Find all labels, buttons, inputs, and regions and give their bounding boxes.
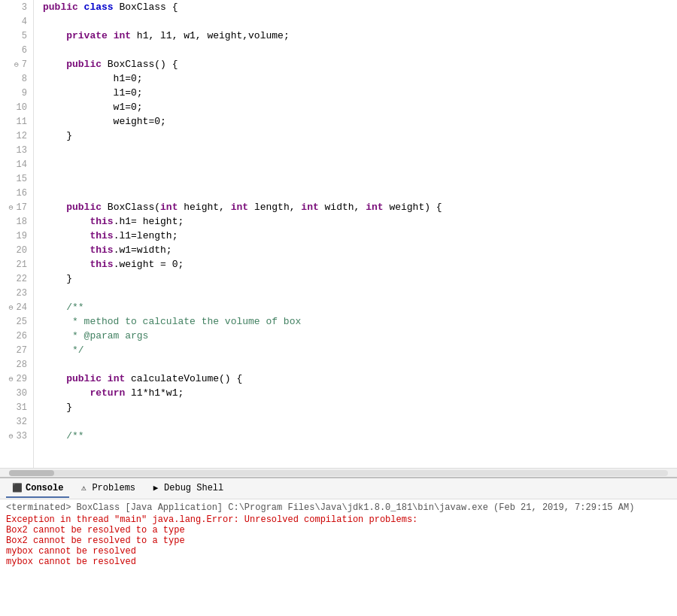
scrollbar-thumb[interactable] [9, 470, 54, 476]
line-num-label: 9 [22, 88, 27, 99]
line-num-label: 15 [17, 174, 27, 184]
line-number: 4 [6, 14, 27, 29]
code-segment: public [43, 0, 84, 14]
code-segment: .w1=width; [114, 243, 172, 257]
horizontal-scrollbar[interactable] [0, 468, 677, 477]
code-segment: this [90, 214, 113, 229]
console-area: ⬛Console⚠Problems▶Debug Shell <terminate… [0, 477, 677, 616]
code-segment: BoxClass { [119, 0, 178, 14]
code-segment: height, [184, 200, 230, 214]
code-line: } [43, 400, 662, 414]
line-number: 31 [6, 400, 27, 414]
code-segment: this [90, 229, 113, 243]
line-num-label: 19 [17, 231, 27, 241]
console-tab-label: Console [26, 483, 63, 493]
code-segment: public [43, 372, 108, 386]
code-line [43, 186, 662, 200]
code-line: h1=0; [43, 71, 662, 86]
code-segment [43, 243, 90, 257]
code-line: public int calculateVolume() { [43, 372, 662, 386]
code-line [43, 43, 662, 57]
line-num-label: 12 [17, 131, 27, 141]
line-number: 12 [6, 129, 27, 143]
code-line [43, 143, 662, 157]
console-terminated-line: <terminated> BoxClass [Java Application]… [6, 502, 671, 513]
code-line: } [43, 272, 662, 286]
line-number: ⊖29 [6, 372, 27, 386]
code-segment: public [43, 57, 108, 71]
code-segment [43, 229, 90, 243]
code-line [43, 14, 662, 29]
code-segment: } [43, 400, 72, 414]
code-segment: int [366, 200, 389, 214]
line-number: 27 [6, 343, 27, 357]
code-line: this.l1=length; [43, 229, 662, 243]
line-num-label: 30 [17, 388, 27, 399]
line-num-label: 17 [17, 202, 27, 213]
line-number: 28 [6, 357, 27, 372]
line-num-label: 33 [17, 431, 27, 442]
line-number: 5 [6, 29, 27, 43]
console-tab-problems[interactable]: ⚠Problems [72, 480, 141, 498]
code-segment: l1*h1*w1; [131, 386, 184, 400]
line-number: 14 [6, 157, 27, 171]
code-line [43, 171, 662, 186]
line-number: 20 [6, 243, 27, 257]
console-tab-debug[interactable]: ▶Debug Shell [144, 480, 229, 498]
line-num-label: 4 [22, 17, 27, 27]
line-number: 16 [6, 186, 27, 200]
line-number: ⊖7 [6, 57, 27, 71]
code-segment: .l1=length; [114, 229, 178, 243]
code-segment [43, 386, 90, 400]
line-number: ⊖17 [6, 200, 27, 214]
code-container[interactable]: 3456⊖78910111213141516⊖17181920212223⊖24… [0, 0, 677, 468]
code-segment: BoxClass( [108, 200, 160, 214]
line-numbers: 3456⊖78910111213141516⊖17181920212223⊖24… [0, 0, 34, 468]
code-segment: } [43, 272, 72, 286]
code-line: public BoxClass() { [43, 57, 662, 71]
code-segment: w1=0; [43, 100, 143, 114]
code-segment: class [84, 0, 120, 14]
code-segment: l1=0; [43, 86, 143, 100]
code-line: weight=0; [43, 114, 662, 129]
code-lines: public class BoxClass { private int h1, … [34, 0, 677, 468]
breakpoint-arrow-icon: ⊖ [9, 375, 14, 384]
problems-tab-icon: ⚠ [78, 483, 89, 493]
debug-tab-icon: ▶ [150, 483, 161, 493]
code-segment: length, [254, 200, 301, 214]
line-number: 25 [6, 314, 27, 329]
line-number: 3 [6, 0, 27, 14]
line-number: 6 [6, 43, 27, 57]
code-segment: private [43, 29, 114, 43]
code-line: } [43, 129, 662, 143]
line-num-label: 20 [17, 245, 27, 256]
problems-tab-label: Problems [92, 483, 135, 493]
code-line: w1=0; [43, 100, 662, 114]
console-content[interactable]: <terminated> BoxClass [Java Application]… [0, 499, 677, 616]
line-number: ⊖33 [6, 429, 27, 443]
code-segment: return [90, 386, 131, 400]
code-line: this.weight = 0; [43, 257, 662, 272]
editor-area: 3456⊖78910111213141516⊖17181920212223⊖24… [0, 0, 677, 477]
code-segment: width, [325, 200, 366, 214]
console-error-line: mybox cannot be resolved [6, 557, 671, 567]
line-num-label: 13 [17, 145, 27, 156]
code-segment: this [90, 243, 113, 257]
code-line: this.h1= height; [43, 214, 662, 229]
debug-tab-label: Debug Shell [164, 483, 223, 493]
line-number: 9 [6, 86, 27, 100]
line-num-label: 32 [17, 417, 27, 427]
code-segment: .h1= height; [114, 214, 184, 229]
code-segment: this [90, 257, 113, 272]
line-num-label: 7 [22, 59, 27, 70]
code-line: return l1*h1*w1; [43, 386, 662, 400]
code-segment: int [160, 200, 184, 214]
line-number: 22 [6, 272, 27, 286]
code-line: */ [43, 343, 662, 357]
code-segment: * method to calculate the volume of box [43, 314, 301, 329]
code-segment: h1=0; [43, 71, 143, 86]
line-number: 30 [6, 386, 27, 400]
breakpoint-arrow-icon: ⊖ [14, 60, 19, 69]
line-number: 10 [6, 100, 27, 114]
console-tab-console[interactable]: ⬛Console [6, 480, 69, 498]
